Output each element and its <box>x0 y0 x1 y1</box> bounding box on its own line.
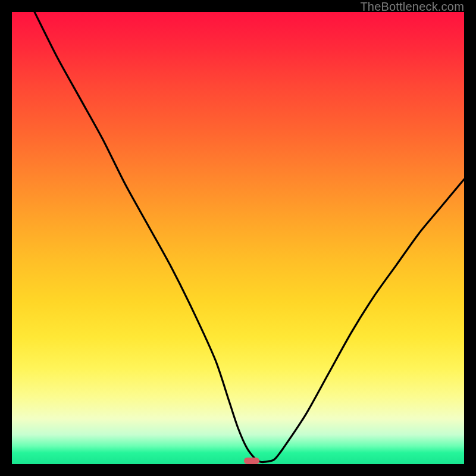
bottleneck-curve <box>12 12 464 464</box>
plot-area <box>12 12 464 464</box>
marker-pill <box>244 458 259 464</box>
curve-path <box>35 12 464 462</box>
chart-frame: TheBottleneck.com <box>0 0 476 476</box>
